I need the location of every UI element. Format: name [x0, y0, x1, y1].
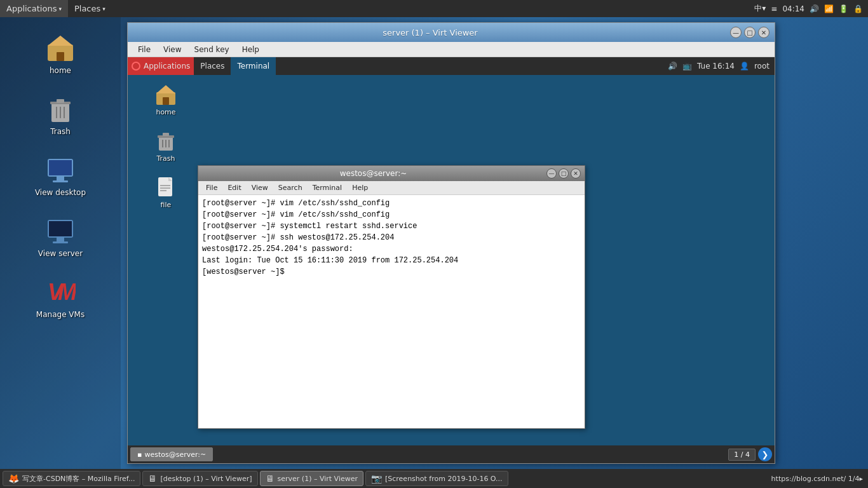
battery-icon: 🔋: [839, 4, 848, 13]
svg-rect-32: [160, 190, 166, 191]
taskbar-server-viewer[interactable]: 🖥 server (1) – Virt Viewer: [260, 471, 363, 486]
vm-trash-icon-svg: [154, 130, 177, 152]
svg-marker-20: [156, 85, 175, 93]
terminal-terminal-menu[interactable]: Terminal: [308, 182, 348, 193]
virt-viewer-menubar: File View Send key Help: [128, 42, 775, 57]
host-desktop: Applications ▾ Places ▾ 中▾ ≡ 04:14 🔊 📶 🔋…: [0, 0, 868, 488]
vm-places-menu[interactable]: Places: [194, 57, 231, 75]
manage-vms-label: Manage VMs: [36, 310, 85, 319]
vm-panel-right: 🔊 📺 Tue 16:14 👤 root: [668, 62, 775, 71]
minimize-button[interactable]: —: [730, 27, 742, 38]
vm-trash-icon[interactable]: Trash: [153, 128, 179, 165]
vm-taskbar-terminal[interactable]: ▪ westos@server:~: [130, 447, 213, 461]
firefox-label: 写文章-CSDN博客 – Mozilla Firef...: [22, 474, 135, 484]
applications-menu[interactable]: Applications ▾: [0, 0, 68, 17]
manage-vms-icon: V M: [45, 277, 76, 308]
vm-pager-display: 1 / 4: [728, 449, 756, 461]
terminal-maximize[interactable]: □: [559, 168, 569, 179]
terminal-edit-menu[interactable]: Edit: [222, 182, 246, 193]
time-display: 04:14: [782, 4, 804, 13]
vm-applications-menu[interactable]: Applications: [128, 57, 194, 75]
vm-file-icon[interactable]: file: [153, 174, 179, 211]
virt-viewer-title: server (1) – Virt Viewer: [133, 28, 728, 37]
desktop-viewer-label: [desktop (1) – Virt Viewer]: [160, 475, 252, 483]
desktop-icon-view-server[interactable]: View server: [29, 213, 92, 261]
maximize-button[interactable]: □: [744, 27, 756, 38]
vm-username: root: [754, 62, 770, 71]
terminal-body[interactable]: [root@server ~]# vim /etc/ssh/sshd_confi…: [198, 195, 585, 428]
terminal-close[interactable]: ✕: [571, 168, 581, 179]
terminal-minimize[interactable]: —: [546, 168, 557, 179]
vm-home-icon[interactable]: home: [153, 81, 179, 118]
virt-view-menu[interactable]: View: [157, 44, 187, 55]
terminal-search-menu[interactable]: Search: [273, 182, 308, 193]
vm-taskbar: ▪ westos@server:~ 1 / 4 ❯: [128, 445, 775, 463]
svg-rect-11: [57, 177, 64, 180]
svg-rect-12: [53, 180, 68, 182]
vm-home-folder-icon: [154, 83, 177, 106]
vm-display-icon: 📺: [682, 62, 692, 71]
terminal-line-7: [westos@server ~]$: [202, 266, 581, 278]
svg-rect-31: [160, 187, 170, 189]
applications-label: Applications: [6, 4, 57, 13]
vm-applications-label: Applications: [144, 62, 190, 71]
terminal-view-menu[interactable]: View: [247, 182, 273, 193]
panel-left: Applications ▾ Places ▾: [0, 0, 112, 17]
vm-user: 👤: [740, 62, 749, 71]
virt-viewer-titlebar: server (1) – Virt Viewer — □ ✕: [128, 23, 775, 42]
terminal-line-1: [root@server ~]# vim /etc/ssh/sshd_confi…: [202, 198, 581, 209]
svg-rect-5: [57, 99, 64, 103]
desktop-icon-trash[interactable]: Trash: [29, 91, 92, 139]
vm-places-label: Places: [200, 62, 224, 71]
svg-rect-15: [57, 238, 64, 241]
vm-time: Tue 16:14: [697, 62, 735, 71]
view-desktop-icon: [45, 155, 76, 186]
server-viewer-icon: 🖥: [266, 473, 275, 484]
svg-rect-24: [163, 133, 169, 136]
terminal-title: westos@server:~: [202, 169, 545, 178]
input-indicator: 中▾: [754, 3, 766, 14]
terminal-file-menu[interactable]: File: [201, 182, 222, 193]
screenshot-label: [Screenshot from 2019-10-16 O...: [385, 475, 503, 483]
home-folder-icon: [45, 33, 76, 64]
terminal-line-6: Last login: Tue Oct 15 16:11:30 2019 fro…: [202, 255, 581, 266]
svg-rect-14: [49, 221, 72, 236]
taskbar-screenshot[interactable]: 📷 [Screenshot from 2019-10-16 O...: [365, 471, 508, 486]
terminal-line-5: westos@172.25.254.204's password:: [202, 243, 581, 255]
terminal-help-menu[interactable]: Help: [347, 182, 373, 193]
virt-sendkey-menu[interactable]: Send key: [188, 44, 236, 55]
vm-terminal-label: Terminal: [237, 62, 269, 71]
desktop-icon-view-desktop[interactable]: View desktop: [29, 152, 92, 200]
vm-file-icon-svg: [154, 176, 177, 199]
vm-home-label: home: [156, 108, 175, 116]
terminal-window: westos@server:~ — □ ✕ File Edit View Sea…: [198, 165, 585, 429]
host-taskbar: 🦊 写文章-CSDN博客 – Mozilla Firef... 🖥 [deskt…: [0, 469, 868, 488]
lock-icon: 🔒: [853, 4, 863, 13]
terminal-line-3: [root@server ~]# systemctl restart sshd.…: [202, 220, 581, 232]
svg-rect-30: [160, 185, 170, 186]
desktop-icon-home[interactable]: home: [29, 30, 92, 78]
vm-screen: Applications Places Terminal 🔊 📺 Tue 16:…: [128, 57, 775, 463]
vm-pager-button[interactable]: ❯: [758, 447, 772, 461]
taskbar-desktop-viewer[interactable]: 🖥 [desktop (1) – Virt Viewer]: [142, 471, 257, 486]
svg-rect-21: [163, 97, 169, 105]
home-icon-label: home: [50, 66, 71, 75]
virt-help-menu[interactable]: Help: [236, 44, 266, 55]
server-viewer-label: server (1) – Virt Viewer: [278, 475, 358, 483]
desktop-icon-manage-vms[interactable]: V M Manage VMs: [29, 274, 92, 322]
virt-file-menu[interactable]: File: [132, 44, 157, 55]
places-menu[interactable]: Places ▾: [68, 0, 112, 17]
svg-rect-10: [49, 160, 72, 175]
screenshot-icon: 📷: [371, 473, 382, 484]
vm-top-panel: Applications Places Terminal 🔊 📺 Tue 16:…: [128, 57, 775, 75]
svg-rect-16: [53, 241, 68, 243]
view-desktop-label: View desktop: [35, 188, 86, 197]
top-panel: Applications ▾ Places ▾ 中▾ ≡ 04:14 🔊 📶 🔋…: [0, 0, 868, 17]
terminal-menubar: File Edit View Search Terminal Help: [198, 181, 585, 195]
trash-folder-icon: [45, 94, 76, 125]
taskbar-firefox[interactable]: 🦊 写文章-CSDN博客 – Mozilla Firef...: [3, 471, 140, 486]
applications-arrow: ▾: [58, 6, 62, 12]
trash-icon-label: Trash: [50, 127, 71, 136]
vm-terminal-tab[interactable]: Terminal: [231, 57, 276, 75]
close-button[interactable]: ✕: [758, 27, 770, 38]
